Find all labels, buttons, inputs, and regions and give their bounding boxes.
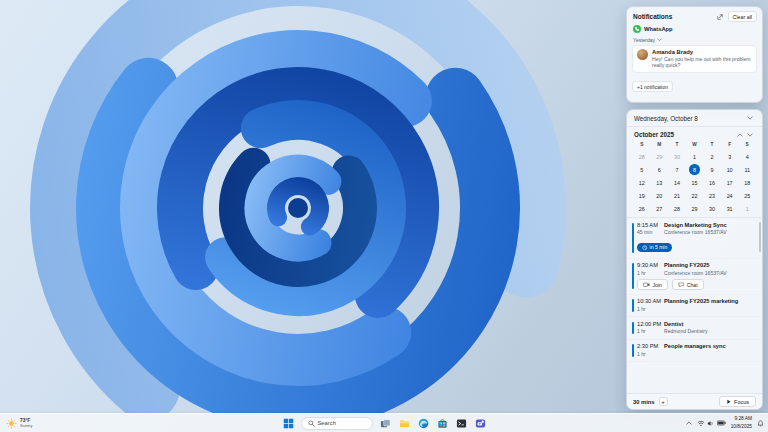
event-location: Conference room 16537/AV xyxy=(664,270,727,277)
calendar-day[interactable]: 21 xyxy=(668,189,686,202)
calendar-day[interactable]: 23 xyxy=(703,189,721,202)
event-actions: JoinChat xyxy=(637,279,756,290)
agenda-event[interactable]: 10:30 AMPlanning FY2025 marketing1 hr xyxy=(627,295,762,318)
calendar-day[interactable]: 29 xyxy=(651,150,669,163)
more-notifications-button[interactable]: +1 notification xyxy=(632,81,673,92)
calendar-day[interactable]: 10 xyxy=(721,163,739,176)
chevron-down-icon xyxy=(747,133,753,137)
calendar-day[interactable]: 30 xyxy=(703,202,721,215)
calendar-day[interactable]: 15 xyxy=(686,176,704,189)
calendar-day[interactable]: 27 xyxy=(651,202,669,215)
calendar-month-label: October 2025 xyxy=(634,131,735,138)
calendar-day[interactable]: 1 xyxy=(738,202,756,215)
expand-icon[interactable] xyxy=(715,13,725,21)
calendar-day-selected[interactable]: 8 xyxy=(686,163,704,176)
calendar-day[interactable]: 7 xyxy=(668,163,686,176)
teams-icon xyxy=(475,418,486,429)
focus-duration-label: 30 mins xyxy=(633,399,655,405)
weekday-label: S xyxy=(633,140,651,150)
collapse-calendar-button[interactable] xyxy=(745,115,755,121)
calendar-day[interactable]: 31 xyxy=(721,202,739,215)
calendar-date-label: Wednesday, October 8 xyxy=(634,115,745,122)
prev-month-button[interactable] xyxy=(735,132,745,138)
windows-logo-icon xyxy=(283,418,294,429)
calendar-day[interactable]: 28 xyxy=(633,150,651,163)
calendar-day[interactable]: 4 xyxy=(738,150,756,163)
taskbar-store-button[interactable] xyxy=(436,417,449,430)
taskbar-edge-button[interactable] xyxy=(417,417,430,430)
task-view-icon xyxy=(380,418,391,429)
calendar-day[interactable]: 2 xyxy=(703,150,721,163)
calendar-day[interactable]: 30 xyxy=(668,150,686,163)
join-button[interactable]: Join xyxy=(637,279,668,290)
event-title: Design Marketing Sync xyxy=(664,222,727,230)
calendar-day[interactable]: 11 xyxy=(738,163,756,176)
calendar-day[interactable]: 14 xyxy=(668,176,686,189)
focus-button[interactable]: Focus xyxy=(719,396,756,407)
weather-widget[interactable]: 73°F Sunny xyxy=(6,418,32,429)
notification-card[interactable]: Amanda Brady Hey! Can you help me out wi… xyxy=(632,45,757,73)
calendar-day[interactable]: 9 xyxy=(703,163,721,176)
action-label: Join xyxy=(653,282,662,288)
agenda-event[interactable]: 8:15 AMDesign Marketing Sync45 minConfer… xyxy=(627,218,762,259)
start-button[interactable] xyxy=(282,417,295,430)
clock[interactable]: 9:28 AM 10/8/2025 xyxy=(731,416,752,430)
taskbar-apps xyxy=(379,417,487,430)
taskbar-teams-button[interactable] xyxy=(474,417,487,430)
calendar-day[interactable]: 6 xyxy=(651,163,669,176)
calendar-day[interactable]: 29 xyxy=(686,202,704,215)
network-volume-battery-button[interactable] xyxy=(697,420,726,427)
clear-all-button[interactable]: Clear all xyxy=(728,11,757,22)
system-tray: 9:28 AM 10/8/2025 xyxy=(686,416,764,430)
calendar-day[interactable]: 28 xyxy=(668,202,686,215)
agenda-event[interactable]: 12:00 PMDentist1 hrRedmond Dentistry xyxy=(627,317,762,340)
taskbar-terminal-button[interactable] xyxy=(455,417,468,430)
taskbar-task-view-button[interactable] xyxy=(379,417,392,430)
battery-icon xyxy=(717,420,726,426)
calendar-day[interactable]: 25 xyxy=(738,189,756,202)
notification-app-group[interactable]: WhatsApp xyxy=(627,24,762,34)
calendar-day[interactable]: 24 xyxy=(721,189,739,202)
increase-duration-button[interactable]: + xyxy=(659,397,668,406)
agenda-event[interactable]: 2:30 PMPeople managers sync1 hr xyxy=(627,340,762,363)
calendar-day[interactable]: 20 xyxy=(651,189,669,202)
notification-group-label[interactable]: Yesterday xyxy=(627,34,762,44)
chevron-up-icon xyxy=(737,133,743,137)
calendar-day[interactable]: 17 xyxy=(721,176,739,189)
next-month-button[interactable] xyxy=(745,132,755,138)
calendar-day[interactable]: 16 xyxy=(703,176,721,189)
weekday-label: T xyxy=(668,140,686,150)
calendar-day[interactable]: 3 xyxy=(721,150,739,163)
taskbar: 73°F Sunny Search 9:28 AM xyxy=(0,413,768,432)
agenda-list[interactable]: 8:15 AMDesign Marketing Sync45 minConfer… xyxy=(627,217,762,379)
search-input[interactable]: Search xyxy=(301,417,373,430)
group-label-text: Yesterday xyxy=(633,37,655,43)
calendar-day[interactable]: 22 xyxy=(686,189,704,202)
agenda-event[interactable]: 9:30 AMPlanning FY20251 hrConference roo… xyxy=(627,259,762,295)
search-placeholder: Search xyxy=(318,420,336,426)
calendar-day[interactable]: 1 xyxy=(686,150,704,163)
speaker-icon xyxy=(707,420,714,427)
event-countdown-badge: in 5 min xyxy=(637,243,672,252)
event-title: Dentist xyxy=(664,321,683,329)
taskbar-file-explorer-button[interactable] xyxy=(398,417,411,430)
weekday-label: T xyxy=(703,140,721,150)
notification-bell-button[interactable] xyxy=(757,420,764,427)
chat-button[interactable]: Chat xyxy=(672,279,704,290)
show-hidden-icons-button[interactable] xyxy=(686,421,692,425)
calendar-day[interactable]: 19 xyxy=(633,189,651,202)
calendar-day[interactable]: 5 xyxy=(633,163,651,176)
event-location: Redmond Dentistry xyxy=(664,328,708,335)
calendar-day[interactable]: 12 xyxy=(633,176,651,189)
calendar-panel: Wednesday, October 8 October 2025 SMTWTF… xyxy=(626,109,763,410)
event-duration: 1 hr xyxy=(637,351,664,358)
notification-message: Hey! Can you help me out with this probl… xyxy=(652,56,752,69)
whatsapp-icon xyxy=(633,25,641,33)
clock-icon xyxy=(642,245,648,251)
calendar-day[interactable]: 13 xyxy=(651,176,669,189)
calendar-day[interactable]: 26 xyxy=(633,202,651,215)
calendar-footer: 30 mins + Focus xyxy=(627,393,762,409)
calendar-day[interactable]: 18 xyxy=(738,176,756,189)
event-duration: 1 hr xyxy=(637,270,664,277)
event-title: People managers sync xyxy=(664,343,726,351)
